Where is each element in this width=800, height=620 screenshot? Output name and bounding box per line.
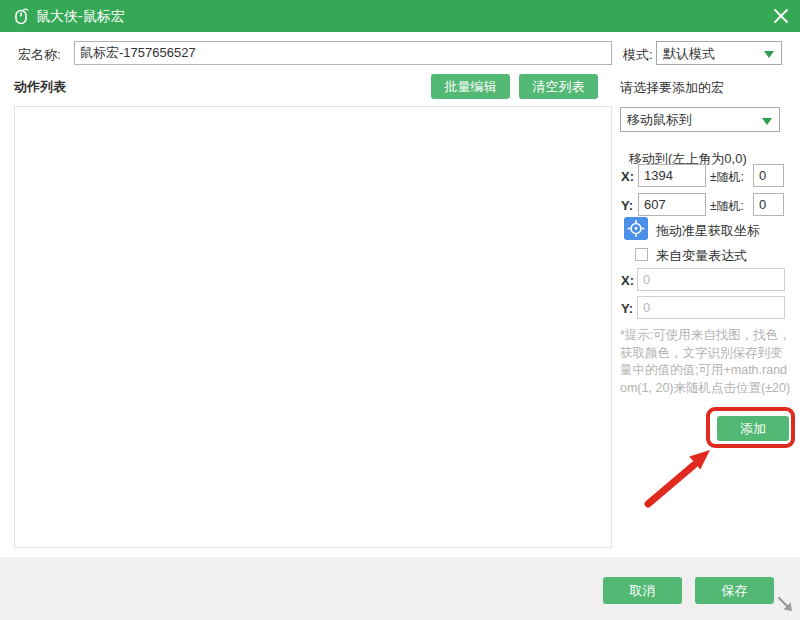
var-x-input[interactable] <box>637 268 785 291</box>
close-icon[interactable] <box>774 9 788 23</box>
annotation-arrow-icon <box>632 444 724 510</box>
add-button[interactable]: 添加 <box>717 416 789 441</box>
mode-select-value: 默认模式 <box>663 42 715 65</box>
y-random-input[interactable] <box>753 193 784 216</box>
action-list <box>14 106 612 548</box>
macro-name-label: 宏名称: <box>18 46 61 64</box>
macro-type-select-value: 移动鼠标到 <box>627 108 692 132</box>
macro-dialog-window: 鼠大侠-鼠标宏 宏名称: 模式: 默认模式 动作列表 批量编辑 清空列表 请选择… <box>0 0 800 620</box>
title-bar: 鼠大侠-鼠标宏 <box>0 0 800 32</box>
x-random-label: ±随机: <box>710 169 744 186</box>
macro-name-input[interactable] <box>74 41 612 65</box>
dropdown-arrow-icon <box>762 118 772 125</box>
mode-select[interactable]: 默认模式 <box>656 41 782 65</box>
cancel-button[interactable]: 取消 <box>603 577 682 604</box>
y-label: Y: <box>621 198 633 213</box>
y-random-label: ±随机: <box>710 198 744 215</box>
save-button[interactable]: 保存 <box>695 577 774 604</box>
dialog-footer: 取消 保存 <box>0 557 800 620</box>
variable-expression-label: 来自变量表达式 <box>656 247 747 265</box>
mode-label: 模式: <box>623 46 653 64</box>
variable-expression-checkbox[interactable] <box>635 248 648 261</box>
var-y-input[interactable] <box>637 296 785 319</box>
macro-type-select[interactable]: 移动鼠标到 <box>620 107 780 132</box>
resize-grip-icon[interactable] <box>775 594 797 616</box>
app-mouse-icon <box>12 7 30 25</box>
x-random-input[interactable] <box>753 164 784 187</box>
y-coordinate-input[interactable] <box>638 193 706 216</box>
var-x-label: X: <box>621 273 634 288</box>
add-macro-prompt: 请选择要添加的宏 <box>620 79 724 97</box>
dropdown-arrow-icon <box>764 51 774 58</box>
hint-text: *提示:可使用来自找图，找色，获取颜色，文字识别保存到变量中的值的值;可用+ma… <box>620 327 792 397</box>
crosshair-drag-label: 拖动准星获取坐标 <box>656 222 760 240</box>
action-list-title: 动作列表 <box>14 78 66 96</box>
x-label: X: <box>621 169 634 184</box>
window-title: 鼠大侠-鼠标宏 <box>36 0 125 32</box>
crosshair-drag-icon[interactable] <box>624 217 648 240</box>
clear-list-button[interactable]: 清空列表 <box>519 74 598 99</box>
var-y-label: Y: <box>621 301 633 316</box>
x-coordinate-input[interactable] <box>638 164 706 187</box>
batch-edit-button[interactable]: 批量编辑 <box>431 74 510 99</box>
